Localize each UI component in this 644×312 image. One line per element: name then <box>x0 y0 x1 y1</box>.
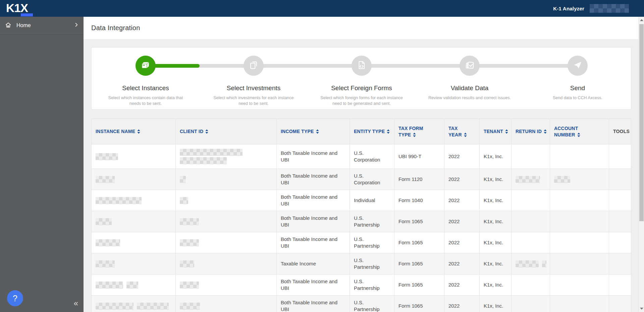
cell-return_id <box>512 296 550 312</box>
step-circle-1[interactable] <box>136 56 156 76</box>
cell-text: K1x, Inc. <box>484 282 508 288</box>
step-title: Select Foreign Forms <box>331 84 392 92</box>
sidebar: Home ? « <box>0 17 84 312</box>
cell-text: Form 1040 <box>398 197 441 204</box>
table-row: Both Taxable Income andUBIU.S. Partnersh… <box>92 274 631 296</box>
cell-text: 2022 <box>448 197 476 204</box>
step-circle-2[interactable] <box>244 56 264 76</box>
collapse-sidebar-button[interactable]: « <box>74 299 78 308</box>
page-title: Data Integration <box>91 24 140 32</box>
column-header-return_id[interactable]: RETURN ID <box>512 119 550 144</box>
redacted-line <box>96 303 172 310</box>
cell-tools <box>609 253 631 274</box>
step-circle-4[interactable] <box>460 56 480 76</box>
cell-tenant: K1x, Inc. <box>480 144 512 169</box>
vertical-scrollbar[interactable] <box>638 17 644 312</box>
cell-instance <box>92 232 176 253</box>
stepper-step-1[interactable]: Select InstancesSelect which instances c… <box>92 56 200 107</box>
vertical-scrollbar-thumb[interactable] <box>639 24 644 221</box>
redacted-value <box>96 218 112 225</box>
scroll-down-arrow-icon[interactable] <box>640 308 643 310</box>
cell-text: UBI <box>281 243 346 249</box>
redacted-value <box>180 260 194 267</box>
redacted-value <box>542 260 546 267</box>
redacted-value <box>96 176 115 183</box>
cell-account <box>550 211 609 232</box>
cell-text: 2022 <box>448 218 476 225</box>
column-header-entity[interactable]: ENTITY TYPE <box>350 119 394 144</box>
column-header-tax_form[interactable]: TAX FORMTYPE <box>394 119 444 144</box>
redacted-value <box>96 153 118 160</box>
column-header-instance[interactable]: INSTANCE NAME <box>92 119 176 144</box>
cell-text: Both Taxable Income and <box>281 278 346 285</box>
step-description: Send data to CCH Axcess. <box>553 95 602 101</box>
redacted-value <box>96 303 133 310</box>
cell-income: Both Taxable Income andUBI <box>277 169 350 190</box>
sort-icon <box>314 129 319 134</box>
cell-account <box>550 253 609 274</box>
stepper-step-5[interactable]: SendSend data to CCH Axcess. <box>524 56 632 107</box>
table-row: Both Taxable Income andUBIU.S. Partnersh… <box>92 296 631 312</box>
cell-tools <box>609 296 631 312</box>
cell-income: Both Taxable Income andUBI <box>277 144 350 169</box>
cell-text: U.S. Partnership <box>354 278 391 292</box>
cell-income: Both Taxable Income andUBI <box>277 190 350 211</box>
cell-income: Both Taxable Income andUBI <box>277 232 350 253</box>
cell-entity: U.S.Corporation <box>350 144 394 169</box>
box-icon <box>140 60 151 72</box>
column-header-tenant[interactable]: TENANT <box>480 119 512 144</box>
cell-client <box>176 296 277 312</box>
title-bar: Data Integration <box>84 17 638 39</box>
sort-icon <box>385 129 390 134</box>
cell-text: K1x, Inc. <box>484 218 508 225</box>
cell-tax_year: 2022 <box>444 144 480 169</box>
redacted-line <box>516 176 546 183</box>
scroll-up-arrow-icon[interactable] <box>640 19 643 21</box>
cell-text: UBI 990-T <box>398 153 441 160</box>
main-area: Data Integration Select InstancesSelect … <box>84 17 638 312</box>
column-header-tax_year[interactable]: TAXYEAR <box>444 119 480 144</box>
redacted-line <box>96 153 172 160</box>
k1x-logo[interactable]: K1X <box>6 2 28 14</box>
cell-text: 2022 <box>448 176 476 183</box>
cell-account <box>550 296 609 312</box>
stepper-step-3[interactable]: Select Foreign FormsSelect which foreign… <box>308 56 416 107</box>
cell-tools <box>609 211 631 232</box>
column-header-label: ENTITY TYPE <box>354 128 391 135</box>
user-menu-redacted[interactable] <box>590 4 629 13</box>
cell-text: UBI <box>281 306 346 312</box>
k1x-logo-x: X <box>20 2 28 14</box>
stepper-step-4[interactable]: Validate DataReview validation results a… <box>416 56 524 107</box>
cell-account <box>550 190 609 211</box>
cell-instance <box>92 211 176 232</box>
sort-icon <box>203 129 208 134</box>
column-header-account[interactable]: ACCOUNTNUMBER <box>550 119 609 144</box>
redacted-line <box>554 176 605 183</box>
cell-instance <box>92 190 176 211</box>
top-app-bar: K1X K-1 Analyzer <box>0 0 644 17</box>
cell-text: Form 1065 <box>398 260 441 267</box>
step-circle-5[interactable] <box>568 56 588 76</box>
cell-tax_form: Form 1065 <box>394 296 444 312</box>
redacted-value <box>96 239 120 246</box>
cell-text: Both Taxable Income and <box>281 173 346 179</box>
cell-tax_year: 2022 <box>444 274 480 295</box>
step-circle-3[interactable] <box>352 56 372 76</box>
cell-tools <box>609 232 631 253</box>
column-header-label: TYPE <box>398 132 441 138</box>
redacted-line <box>180 176 273 183</box>
stepper-step-2[interactable]: Select InvestmentsSelect which investmen… <box>200 56 308 107</box>
column-header-client[interactable]: CLIENT ID <box>176 119 277 144</box>
cell-tenant: K1x, Inc. <box>480 169 512 190</box>
sidebar-item-home[interactable]: Home <box>0 17 84 35</box>
cell-income: Both Taxable Income andUBI <box>277 211 350 232</box>
cell-text: 2022 <box>448 282 476 288</box>
column-header-income[interactable]: INCOME TYPE <box>277 119 350 144</box>
help-button[interactable]: ? <box>7 290 23 306</box>
cell-text: Both Taxable Income and <box>281 215 346 222</box>
column-header-label: TAX FORM <box>398 125 441 132</box>
send-icon <box>573 60 583 71</box>
instances-table: INSTANCE NAMECLIENT IDINCOME TYPEENTITY … <box>91 119 631 312</box>
cell-return_id <box>512 190 550 211</box>
cell-text: Form 1065 <box>398 239 441 246</box>
